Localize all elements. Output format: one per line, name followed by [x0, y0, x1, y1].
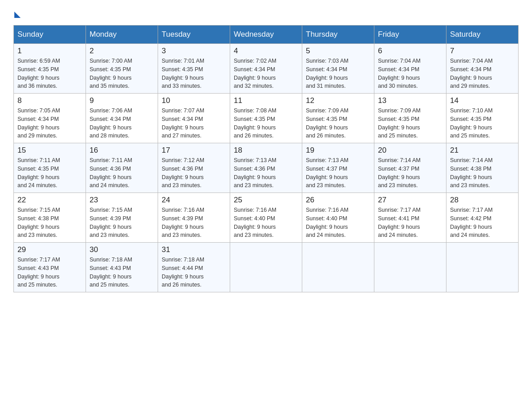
- calendar-cell: 22Sunrise: 7:15 AMSunset: 4:38 PMDayligh…: [14, 193, 86, 243]
- calendar-week-1: 1Sunrise: 6:59 AMSunset: 4:35 PMDaylight…: [14, 44, 519, 94]
- calendar-cell: 1Sunrise: 6:59 AMSunset: 4:35 PMDaylight…: [14, 44, 86, 94]
- calendar-week-4: 22Sunrise: 7:15 AMSunset: 4:38 PMDayligh…: [14, 193, 519, 243]
- day-number: 4: [234, 47, 298, 56]
- day-number: 2: [90, 47, 154, 56]
- calendar-cell: 2Sunrise: 7:00 AMSunset: 4:35 PMDaylight…: [86, 44, 158, 94]
- day-number: 28: [450, 196, 515, 205]
- weekday-header-monday: Monday: [86, 26, 158, 44]
- calendar-cell: 21Sunrise: 7:14 AMSunset: 4:38 PMDayligh…: [446, 143, 519, 193]
- calendar-cell: 16Sunrise: 7:11 AMSunset: 4:36 PMDayligh…: [86, 143, 158, 193]
- calendar-cell: 7Sunrise: 7:04 AMSunset: 4:34 PMDaylight…: [446, 44, 519, 94]
- calendar-cell: 11Sunrise: 7:08 AMSunset: 4:35 PMDayligh…: [230, 94, 302, 143]
- day-info: Sunrise: 7:17 AMSunset: 4:43 PMDaylight:…: [17, 256, 82, 289]
- weekday-row: SundayMondayTuesdayWednesdayThursdayFrid…: [14, 26, 519, 44]
- day-info: Sunrise: 7:15 AMSunset: 4:39 PMDaylight:…: [90, 206, 154, 240]
- day-number: 27: [378, 196, 442, 205]
- day-number: 23: [90, 196, 154, 205]
- day-number: 21: [450, 146, 515, 155]
- day-info: Sunrise: 7:11 AMSunset: 4:35 PMDaylight:…: [17, 156, 82, 190]
- calendar-cell: 17Sunrise: 7:12 AMSunset: 4:36 PMDayligh…: [158, 143, 230, 193]
- day-info: Sunrise: 7:03 AMSunset: 4:34 PMDaylight:…: [306, 57, 370, 90]
- calendar-cell: 29Sunrise: 7:17 AMSunset: 4:43 PMDayligh…: [14, 243, 86, 292]
- calendar-cell: 23Sunrise: 7:15 AMSunset: 4:39 PMDayligh…: [86, 193, 158, 243]
- calendar-cell: 28Sunrise: 7:17 AMSunset: 4:42 PMDayligh…: [446, 193, 519, 243]
- calendar-cell: [374, 243, 446, 292]
- day-info: Sunrise: 7:16 AMSunset: 4:40 PMDaylight:…: [306, 206, 370, 240]
- page-header: [13, 9, 519, 16]
- calendar-cell: [302, 243, 374, 292]
- day-info: Sunrise: 6:59 AMSunset: 4:35 PMDaylight:…: [17, 57, 82, 90]
- day-info: Sunrise: 7:08 AMSunset: 4:35 PMDaylight:…: [234, 107, 298, 140]
- day-number: 25: [234, 196, 298, 205]
- calendar-week-5: 29Sunrise: 7:17 AMSunset: 4:43 PMDayligh…: [14, 243, 519, 292]
- calendar-cell: 10Sunrise: 7:07 AMSunset: 4:34 PMDayligh…: [158, 94, 230, 143]
- day-info: Sunrise: 7:16 AMSunset: 4:39 PMDaylight:…: [162, 206, 226, 240]
- day-info: Sunrise: 7:16 AMSunset: 4:40 PMDaylight:…: [234, 206, 298, 240]
- day-info: Sunrise: 7:12 AMSunset: 4:36 PMDaylight:…: [162, 156, 226, 190]
- weekday-header-tuesday: Tuesday: [158, 26, 230, 44]
- calendar-cell: 8Sunrise: 7:05 AMSunset: 4:34 PMDaylight…: [14, 94, 86, 143]
- day-number: 30: [90, 245, 154, 254]
- day-info: Sunrise: 7:05 AMSunset: 4:34 PMDaylight:…: [17, 107, 82, 140]
- day-info: Sunrise: 7:07 AMSunset: 4:34 PMDaylight:…: [162, 107, 226, 140]
- calendar-header: SundayMondayTuesdayWednesdayThursdayFrid…: [14, 26, 519, 44]
- calendar-cell: 12Sunrise: 7:09 AMSunset: 4:35 PMDayligh…: [302, 94, 374, 143]
- calendar-cell: 30Sunrise: 7:18 AMSunset: 4:43 PMDayligh…: [86, 243, 158, 292]
- day-number: 16: [90, 146, 154, 155]
- weekday-header-wednesday: Wednesday: [230, 26, 302, 44]
- day-info: Sunrise: 7:11 AMSunset: 4:36 PMDaylight:…: [90, 156, 154, 190]
- calendar-cell: 27Sunrise: 7:17 AMSunset: 4:41 PMDayligh…: [374, 193, 446, 243]
- day-info: Sunrise: 7:04 AMSunset: 4:34 PMDaylight:…: [378, 57, 442, 90]
- calendar-cell: [230, 243, 302, 292]
- day-number: 20: [378, 146, 442, 155]
- calendar-week-2: 8Sunrise: 7:05 AMSunset: 4:34 PMDaylight…: [14, 94, 519, 143]
- calendar-body: 1Sunrise: 6:59 AMSunset: 4:35 PMDaylight…: [14, 44, 519, 292]
- day-number: 6: [378, 47, 442, 56]
- day-number: 26: [306, 196, 370, 205]
- calendar-cell: 14Sunrise: 7:10 AMSunset: 4:35 PMDayligh…: [446, 94, 519, 143]
- calendar-cell: 6Sunrise: 7:04 AMSunset: 4:34 PMDaylight…: [374, 44, 446, 94]
- day-info: Sunrise: 7:09 AMSunset: 4:35 PMDaylight:…: [378, 107, 442, 140]
- day-number: 1: [17, 47, 82, 56]
- logo-triangle-icon: [14, 12, 21, 18]
- weekday-header-sunday: Sunday: [14, 26, 86, 44]
- calendar-week-3: 15Sunrise: 7:11 AMSunset: 4:35 PMDayligh…: [14, 143, 519, 193]
- day-number: 29: [17, 245, 82, 254]
- day-number: 12: [306, 96, 370, 105]
- day-info: Sunrise: 7:00 AMSunset: 4:35 PMDaylight:…: [90, 57, 154, 90]
- day-number: 5: [306, 47, 370, 56]
- day-info: Sunrise: 7:14 AMSunset: 4:37 PMDaylight:…: [378, 156, 442, 190]
- calendar-cell: 31Sunrise: 7:18 AMSunset: 4:44 PMDayligh…: [158, 243, 230, 292]
- day-info: Sunrise: 7:17 AMSunset: 4:42 PMDaylight:…: [450, 206, 515, 240]
- day-number: 15: [17, 146, 82, 155]
- calendar-cell: 4Sunrise: 7:02 AMSunset: 4:34 PMDaylight…: [230, 44, 302, 94]
- day-info: Sunrise: 7:17 AMSunset: 4:41 PMDaylight:…: [378, 206, 442, 240]
- calendar-table: SundayMondayTuesdayWednesdayThursdayFrid…: [13, 25, 519, 292]
- day-number: 3: [162, 47, 226, 56]
- day-info: Sunrise: 7:18 AMSunset: 4:44 PMDaylight:…: [162, 256, 226, 289]
- day-info: Sunrise: 7:01 AMSunset: 4:35 PMDaylight:…: [162, 57, 226, 90]
- weekday-header-saturday: Saturday: [446, 26, 519, 44]
- day-info: Sunrise: 7:13 AMSunset: 4:36 PMDaylight:…: [234, 156, 298, 190]
- calendar-cell: 3Sunrise: 7:01 AMSunset: 4:35 PMDaylight…: [158, 44, 230, 94]
- calendar-cell: 18Sunrise: 7:13 AMSunset: 4:36 PMDayligh…: [230, 143, 302, 193]
- calendar-cell: 20Sunrise: 7:14 AMSunset: 4:37 PMDayligh…: [374, 143, 446, 193]
- calendar-cell: 24Sunrise: 7:16 AMSunset: 4:39 PMDayligh…: [158, 193, 230, 243]
- day-number: 17: [162, 146, 226, 155]
- weekday-header-thursday: Thursday: [302, 26, 374, 44]
- weekday-header-friday: Friday: [374, 26, 446, 44]
- calendar-cell: 26Sunrise: 7:16 AMSunset: 4:40 PMDayligh…: [302, 193, 374, 243]
- calendar-cell: 9Sunrise: 7:06 AMSunset: 4:34 PMDaylight…: [86, 94, 158, 143]
- day-number: 7: [450, 47, 515, 56]
- calendar-cell: 25Sunrise: 7:16 AMSunset: 4:40 PMDayligh…: [230, 193, 302, 243]
- day-info: Sunrise: 7:15 AMSunset: 4:38 PMDaylight:…: [17, 206, 82, 240]
- calendar-cell: [446, 243, 519, 292]
- day-number: 14: [450, 96, 515, 105]
- day-info: Sunrise: 7:13 AMSunset: 4:37 PMDaylight:…: [306, 156, 370, 190]
- calendar-cell: 15Sunrise: 7:11 AMSunset: 4:35 PMDayligh…: [14, 143, 86, 193]
- calendar-cell: 19Sunrise: 7:13 AMSunset: 4:37 PMDayligh…: [302, 143, 374, 193]
- day-info: Sunrise: 7:18 AMSunset: 4:43 PMDaylight:…: [90, 256, 154, 289]
- day-number: 13: [378, 96, 442, 105]
- calendar-cell: 13Sunrise: 7:09 AMSunset: 4:35 PMDayligh…: [374, 94, 446, 143]
- day-info: Sunrise: 7:14 AMSunset: 4:38 PMDaylight:…: [450, 156, 515, 190]
